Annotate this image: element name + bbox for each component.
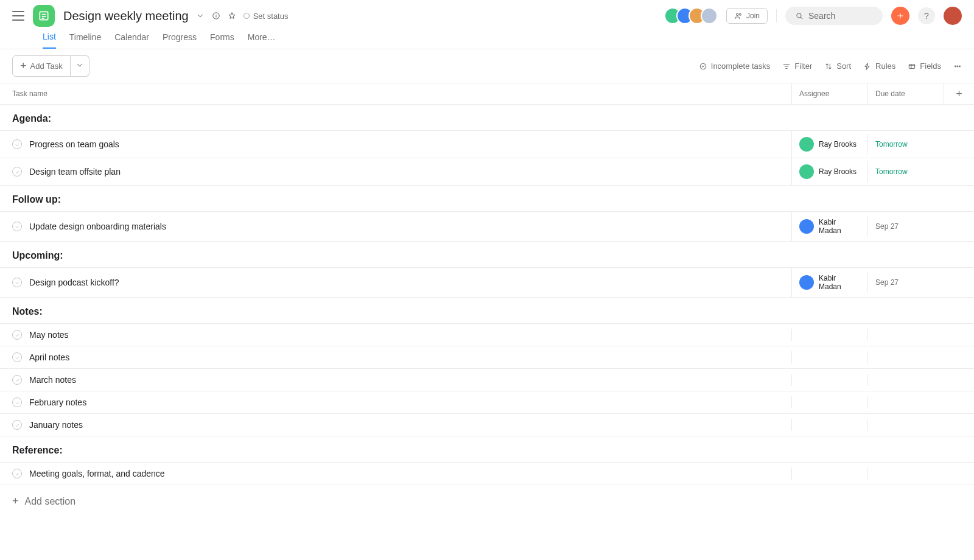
due-date-cell[interactable]: Tomorrow [867,134,944,155]
assignee-cell[interactable] [791,467,867,480]
set-status-button[interactable]: Set status [244,12,289,21]
collaborator-avatar[interactable] [701,7,718,24]
section-header[interactable]: Agenda: [0,105,974,130]
complete-checkbox[interactable] [12,397,22,407]
column-assignee[interactable]: Assignee [791,83,867,104]
tab-more[interactable]: More… [248,32,276,48]
column-due-date[interactable]: Due date [867,83,944,104]
filter-button[interactable]: Filter [782,61,812,71]
complete-checkbox[interactable] [12,167,22,177]
fields-button[interactable]: Fields [908,61,941,71]
column-task-name[interactable]: Task name [0,83,791,104]
assignee-cell[interactable]: Kabir Madan [791,212,867,241]
complete-checkbox[interactable] [12,352,22,362]
fields-label: Fields [920,61,941,71]
help-button[interactable]: ? [918,7,935,24]
incomplete-label: Incomplete tasks [711,61,771,71]
add-column-button[interactable]: + [944,83,974,104]
task-name: Meeting goals, format, and cadence [29,469,165,478]
tab-forms[interactable]: Forms [210,32,234,48]
due-date-cell[interactable] [867,419,944,431]
task-cell[interactable]: Progress on team goals [0,133,791,155]
due-date: Tomorrow [875,167,908,176]
due-date-cell[interactable]: Sep 27 [867,272,944,293]
task-cell[interactable]: February notes [0,391,791,413]
complete-checkbox[interactable] [12,278,22,287]
task-row[interactable]: Design podcast kickoff?Kabir MadanSep 27 [0,267,974,298]
task-row[interactable]: Design team offsite planRay BrooksTomorr… [0,158,974,186]
sort-icon [824,62,833,71]
complete-checkbox[interactable] [12,420,22,430]
tab-timeline[interactable]: Timeline [69,32,101,48]
title-dropdown[interactable] [196,12,205,20]
assignee-cell[interactable] [791,374,867,386]
assignee-cell[interactable] [791,329,867,341]
task-row[interactable]: Meeting goals, format, and cadence [0,462,974,485]
task-cell[interactable]: March notes [0,369,791,391]
assignee-cell[interactable] [791,351,867,363]
complete-checkbox[interactable] [12,469,22,478]
due-date-cell[interactable] [867,329,944,341]
task-row[interactable]: January notes [0,414,974,436]
section-header[interactable]: Follow up: [0,186,974,211]
star-icon[interactable] [228,12,236,20]
project-icon[interactable] [33,5,55,27]
incomplete-tasks-filter[interactable]: Incomplete tasks [699,61,771,71]
info-icon[interactable] [212,12,220,20]
sort-button[interactable]: Sort [824,61,851,71]
tab-list[interactable]: List [43,32,56,49]
task-row[interactable]: February notes [0,391,974,414]
menu-toggle[interactable] [12,11,24,21]
task-name: March notes [29,375,76,385]
due-date-cell[interactable] [867,467,944,480]
search-input[interactable]: Search [785,7,883,25]
assignee-cell[interactable] [791,396,867,408]
task-cell[interactable]: Design podcast kickoff? [0,271,791,293]
rules-button[interactable]: Rules [863,61,895,71]
due-date-cell[interactable] [867,374,944,386]
task-cell[interactable]: Design team offsite plan [0,161,791,183]
collaborator-avatars[interactable] [669,7,718,24]
more-actions-button[interactable] [953,62,962,71]
due-date-cell[interactable]: Sep 27 [867,216,944,237]
complete-checkbox[interactable] [12,139,22,149]
task-cell[interactable]: Meeting goals, format, and cadence [0,463,791,485]
add-task-button[interactable]: + Add Task [12,55,71,77]
complete-checkbox[interactable] [12,375,22,385]
task-cell[interactable]: May notes [0,324,791,346]
join-label: Join [746,12,760,20]
task-row[interactable]: Update design onboarding materialsKabir … [0,211,974,242]
tab-calendar[interactable]: Calendar [114,32,149,48]
task-row[interactable]: April notes [0,346,974,369]
task-cell[interactable]: April notes [0,346,791,368]
task-row[interactable]: May notes [0,323,974,346]
due-date-cell[interactable] [867,351,944,363]
section-header[interactable]: Notes: [0,298,974,323]
section-header[interactable]: Reference: [0,436,974,462]
assignee-cell[interactable]: Ray Brooks [791,131,867,158]
assignee-cell[interactable] [791,419,867,431]
user-avatar[interactable] [944,7,962,25]
task-row[interactable]: March notes [0,369,974,391]
assignee-name: Ray Brooks [819,140,857,149]
svg-point-3 [739,13,741,15]
join-button[interactable]: Join [726,8,768,24]
complete-checkbox[interactable] [12,330,22,340]
dots-icon [953,62,962,71]
assignee-cell[interactable]: Kabir Madan [791,268,867,297]
tab-progress[interactable]: Progress [163,32,197,48]
section-header[interactable]: Upcoming: [0,242,974,267]
task-cell[interactable]: Update design onboarding materials [0,215,791,237]
due-date-cell[interactable] [867,396,944,408]
assignee-cell[interactable]: Ray Brooks [791,158,867,185]
due-date: Sep 27 [875,278,899,287]
add-task-dropdown[interactable] [71,55,89,77]
task-row[interactable]: Progress on team goalsRay BrooksTomorrow [0,130,974,158]
complete-checkbox[interactable] [12,222,22,231]
add-section-button[interactable]: + Add section [0,485,974,526]
quick-add-button[interactable] [891,7,909,25]
task-cell[interactable]: January notes [0,414,791,436]
svg-point-8 [957,66,958,67]
due-date-cell[interactable]: Tomorrow [867,161,944,182]
task-name: January notes [29,420,83,430]
